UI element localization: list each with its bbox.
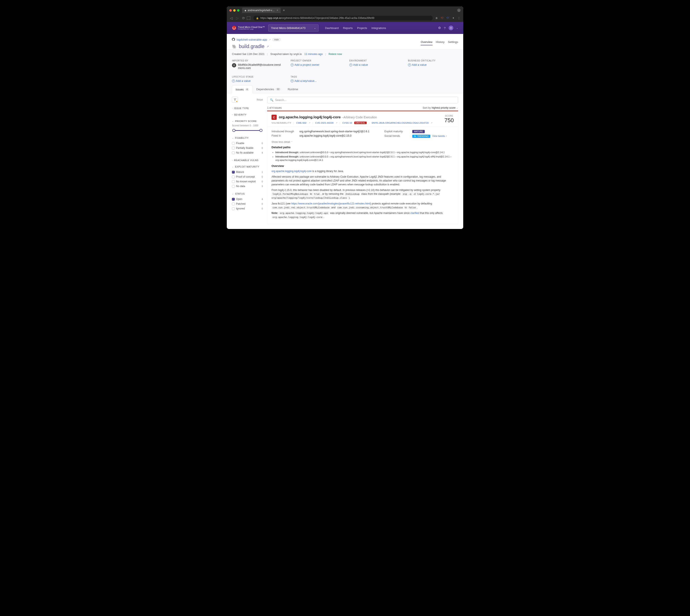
settings-icon[interactable]: ⚙ <box>438 26 441 30</box>
new-tab-button[interactable]: + <box>283 8 285 12</box>
repo-link[interactable]: log4shell-vulnerable-app <box>237 38 267 41</box>
checkbox[interactable] <box>232 180 235 183</box>
menu-icon[interactable]: ⋮ <box>457 16 461 20</box>
slider-max-thumb[interactable] <box>259 129 263 132</box>
priority-slider[interactable] <box>233 128 262 133</box>
external-link-icon[interactable]: ↗ <box>267 45 269 48</box>
filter-sidebar: Reset ›ISSUE TYPE ›SEVERITY ⌄PRIORITY SC… <box>227 93 266 229</box>
url-field[interactable]: 🔒 https://app.snyk.io/org/trend-micro-56… <box>253 16 433 20</box>
filter-option[interactable]: Open4 <box>232 197 263 201</box>
issues-count: 4 <box>245 88 249 91</box>
nav-projects[interactable]: Projects <box>357 26 367 30</box>
help-icon[interactable]: ? <box>444 26 445 30</box>
vuln-type-label: VULNERABILITY <box>271 122 291 124</box>
cve-link[interactable]: CVE-2021-44228 <box>315 122 334 124</box>
tab-settings[interactable]: Settings <box>448 39 458 45</box>
cvss-link[interactable]: CVSS 10 <box>342 122 352 124</box>
add-business-criticality[interactable]: +Add a value <box>408 63 458 66</box>
reset-filters[interactable]: Reset <box>257 98 263 101</box>
filter-issue-type[interactable]: ›ISSUE TYPE <box>232 107 263 110</box>
filter-option[interactable]: Proof of concept0 <box>232 174 263 179</box>
user-menu-chevron[interactable]: ⌄ <box>456 27 458 29</box>
add-environment[interactable]: +Add a value <box>349 63 399 66</box>
reload-button[interactable]: ⟳ <box>242 16 245 20</box>
extension-ublock-icon[interactable]: 🛡 <box>440 16 444 20</box>
checkbox[interactable] <box>232 175 235 178</box>
retest-button[interactable]: Retest now <box>329 52 342 56</box>
checkbox[interactable] <box>232 202 235 205</box>
checkbox[interactable] <box>232 198 235 201</box>
overview-para3: Java 8u121 (see https://www.oracle.com/j… <box>271 202 454 210</box>
checkbox[interactable] <box>232 207 235 210</box>
filter-option[interactable]: Patched0 <box>232 201 263 206</box>
tab-dependencies[interactable]: Dependencies 53 <box>253 86 284 93</box>
nav-integrations[interactable]: Integrations <box>372 26 386 30</box>
tab-overflow[interactable]: ⌄ <box>457 8 461 12</box>
nav-reports[interactable]: Reports <box>343 26 353 30</box>
bookmark-icon[interactable]: ⃞ <box>247 16 251 20</box>
checkbox[interactable] <box>232 142 235 145</box>
page-tabs: Overview History Settings <box>421 39 458 45</box>
org-selector[interactable]: Trend Micro-569444641473 ⌄ <box>268 24 318 31</box>
filter-exploit-maturity[interactable]: ⌄EXPLOIT MATURITY <box>232 166 263 168</box>
chevron-down-icon: ⌄ <box>456 107 458 109</box>
tab-history[interactable]: History <box>436 39 444 45</box>
introduced-label: Introduced through <box>271 130 295 133</box>
add-lifecycle[interactable]: +Add a value <box>232 79 282 83</box>
checkbox[interactable] <box>232 147 235 150</box>
fixed-label: Fixed in <box>271 134 295 137</box>
sort-dropdown[interactable]: Sort by highest priority score ⌄ <box>423 106 458 109</box>
tab-overview[interactable]: Overview <box>421 39 432 45</box>
filter-option[interactable]: No fix available4 <box>232 150 263 155</box>
slider-min-thumb[interactable] <box>232 129 235 132</box>
maximize-window[interactable] <box>237 9 239 12</box>
filter-icon[interactable] <box>232 97 238 103</box>
nav-dashboard[interactable]: Dashboard <box>325 26 339 30</box>
brand-logo[interactable]: Trend Micro Cloud One™ POWERED BY snyk <box>232 26 265 30</box>
snyk-id-link[interactable]: SNYK-JAVA-ORGAPACHELOGGINGLOG4J-2314720 <box>372 122 428 124</box>
filter-priority[interactable]: ⌄PRIORITY SCORE <box>232 120 263 123</box>
tab-issues[interactable]: Issues 4 <box>232 86 253 93</box>
filter-status[interactable]: ⌄STATUS <box>232 193 263 195</box>
filter-reachable[interactable]: ›REACHABLE VULNS <box>232 159 263 161</box>
add-project-owner[interactable]: +Add a project owner <box>291 63 341 66</box>
minimize-window[interactable] <box>233 9 235 12</box>
introduced-value: org.springframework.boot:spring-boot-sta… <box>299 130 369 133</box>
package-link[interactable]: org.apache.logging.log4j:log4j-core <box>271 170 312 173</box>
back-button[interactable]: ◁ <box>229 16 233 20</box>
user-avatar[interactable]: 8 <box>448 26 453 30</box>
fixed-value: org.apache.logging.log4j:log4j-core@2.15… <box>299 134 352 137</box>
extensions-icon[interactable]: ✦ <box>452 16 455 20</box>
tab-runtime[interactable]: Runtime <box>284 86 301 93</box>
cwe-link[interactable]: CWE-502 <box>296 122 307 124</box>
oracle-link[interactable]: https://www.oracle.com/java/technologies… <box>291 202 370 205</box>
add-tags[interactable]: +Add a key/value... <box>291 79 341 83</box>
filter-option[interactable]: Ignored0 <box>232 206 263 211</box>
checkbox[interactable] <box>232 151 235 154</box>
social-label: Social trends <box>384 134 408 138</box>
checkbox[interactable] <box>232 171 235 174</box>
trending-badge: TRENDING <box>412 135 430 138</box>
importer-avatar: 8 <box>232 63 236 67</box>
show-less-toggle[interactable]: Show less detail ⌃ <box>271 140 454 144</box>
filter-option[interactable]: Fixable0 <box>232 141 263 146</box>
snapshot-time-link[interactable]: 11 minutes ago <box>305 52 323 56</box>
plus-icon: + <box>408 63 411 66</box>
path-item: Introduced through: unknown:unknown@0.0.… <box>275 155 454 162</box>
zoom-icon[interactable]: ⊕ <box>435 16 438 20</box>
filter-option[interactable]: Partially fixable0 <box>232 146 263 150</box>
clarified-link[interactable]: clarified <box>410 212 419 215</box>
close-window[interactable] <box>229 9 232 12</box>
plus-icon: + <box>291 63 294 66</box>
view-tweets-link[interactable]: View tweets <box>432 135 445 137</box>
checkbox[interactable] <box>232 185 235 188</box>
filter-option[interactable]: No data3 <box>232 184 263 189</box>
browser-tab[interactable]: ◆ andresark/log4shell-vulnerable × <box>242 7 281 13</box>
filter-option[interactable]: No known exploit0 <box>232 179 263 184</box>
close-tab-icon[interactable]: × <box>277 9 278 12</box>
search-input[interactable]: 🔍 Search... <box>267 97 458 103</box>
filter-option[interactable]: Mature1 <box>232 170 263 174</box>
filter-fixability[interactable]: ⌄FIXABILITY <box>232 137 263 139</box>
filter-severity[interactable]: ›SEVERITY <box>232 113 263 116</box>
extension-bitwarden-icon[interactable]: 🛡 <box>446 16 449 20</box>
